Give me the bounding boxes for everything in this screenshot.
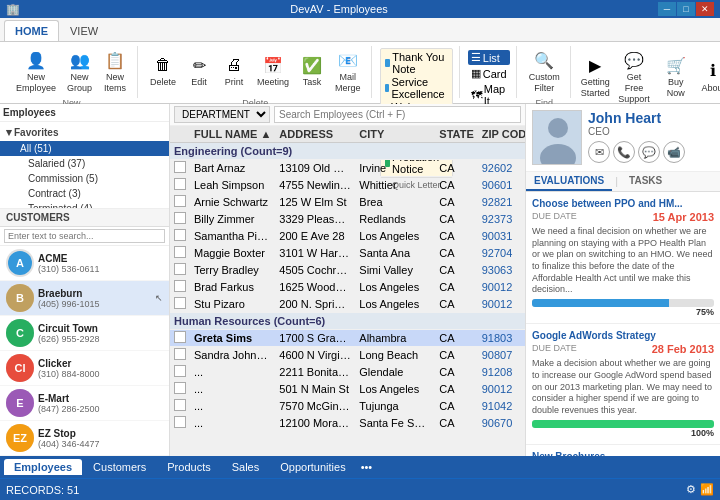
table-row[interactable]: Maggie Boxter 3101 W Harvard St. Santa A…	[170, 245, 525, 262]
view-card-button[interactable]: ▦ Card	[468, 66, 510, 81]
bottom-tabs-more[interactable]: •••	[357, 459, 377, 475]
nav-item-contract[interactable]: Contract (3)	[0, 186, 169, 201]
row-checkbox[interactable]	[170, 262, 190, 279]
col-zip[interactable]: ZIP CODE	[478, 126, 525, 143]
customer-item-emart[interactable]: E E-Mart (847) 286-2500	[0, 386, 169, 421]
custom-filter-button[interactable]: 🔍 CustomFilter	[525, 46, 564, 96]
col-city[interactable]: CITY	[355, 126, 435, 143]
row-checkbox[interactable]	[170, 279, 190, 296]
customer-item-clicker[interactable]: Cl Clicker (310) 884-8000	[0, 351, 169, 386]
customer-search-input[interactable]	[4, 229, 165, 243]
customer-item-braeburn[interactable]: B Braeburn (405) 996-1015 ↖	[0, 281, 169, 316]
bottom-tab-employees[interactable]: Employees	[4, 459, 82, 475]
task-card[interactable]: Google AdWords Strategy DUE DATE 28 Feb …	[526, 324, 720, 444]
email-action-button[interactable]: ✉	[588, 141, 610, 163]
customer-item-acme[interactable]: A ACME (310) 536-0611	[0, 246, 169, 281]
table-row[interactable]: Greta Sims 1700 S Grandview Dr. Alhambra…	[170, 330, 525, 347]
evaluations-tab[interactable]: EVALUATIONS	[526, 172, 612, 191]
bottom-tab-sales[interactable]: Sales	[222, 459, 270, 475]
row-zip[interactable]: 91803	[478, 330, 525, 347]
nav-item-salaried[interactable]: Salaried (37)	[0, 156, 169, 171]
row-checkbox[interactable]	[170, 398, 190, 415]
department-filter[interactable]: DEPARTMENT	[174, 106, 270, 123]
row-zip[interactable]: 92821	[478, 194, 525, 211]
maximize-button[interactable]: □	[677, 2, 695, 16]
row-checkbox[interactable]	[170, 296, 190, 313]
col-fullname[interactable]: FULL NAME ▲	[190, 126, 275, 143]
table-row[interactable]: Stu Pizaro 200 N. Spring St Los Angeles …	[170, 296, 525, 313]
row-checkbox[interactable]	[170, 194, 190, 211]
print-button[interactable]: 🖨 Print	[218, 51, 250, 90]
row-zip[interactable]: 91208	[478, 364, 525, 381]
col-address[interactable]: ADDRESS	[275, 126, 355, 143]
nav-item-all[interactable]: All (51)	[0, 141, 169, 156]
view-list-button[interactable]: ☰ List	[468, 50, 510, 65]
row-checkbox[interactable]	[170, 245, 190, 262]
table-row[interactable]: Samantha Piper 200 E Ave 28 Los Angeles …	[170, 228, 525, 245]
meeting-button[interactable]: 📅 Meeting	[253, 51, 293, 90]
row-checkbox[interactable]	[170, 364, 190, 381]
getting-started-button[interactable]: ▶ GettingStarted	[579, 51, 612, 101]
table-row[interactable]: Arnie Schwartz 125 W Elm St Brea CA 9282…	[170, 194, 525, 211]
chat-action-button[interactable]: 💬	[638, 141, 660, 163]
row-checkbox[interactable]	[170, 177, 190, 194]
table-row[interactable]: ... 501 N Main St Los Angeles CA 90012 m…	[170, 381, 525, 398]
bottom-tab-opportunities[interactable]: Opportunities	[270, 459, 355, 475]
mail-merge-button[interactable]: 📧 MailMerge	[331, 46, 365, 96]
row-zip[interactable]: 92373	[478, 211, 525, 228]
task-card[interactable]: Choose between PPO and HM... DUE DATE 15…	[526, 192, 720, 324]
table-row[interactable]: ... 2211 Bonita Dr. Glendale CA 91208 mi…	[170, 364, 525, 381]
row-zip[interactable]: 90012	[478, 296, 525, 313]
nav-section-favorites[interactable]: ▾ Favorites	[0, 124, 169, 141]
table-row[interactable]: ... 7570 McGinarly Ter Tujunga CA 91042 …	[170, 398, 525, 415]
row-checkbox[interactable]	[170, 415, 190, 432]
task-card[interactable]: New Brochures DUE DATE 24 Feb 2013 Revie…	[526, 445, 720, 456]
row-zip[interactable]: 90012	[478, 381, 525, 398]
row-zip[interactable]: 90012	[478, 279, 525, 296]
row-zip[interactable]: 90670	[478, 415, 525, 432]
row-checkbox[interactable]	[170, 330, 190, 347]
row-checkbox[interactable]	[170, 228, 190, 245]
new-items-button[interactable]: 📋 NewItems	[99, 46, 131, 96]
table-row[interactable]: Sandra Johnson 4600 N Virginia Rd. Long …	[170, 347, 525, 364]
table-row[interactable]: Bart Arnaz 13109 Old Myford Rd. Irvine C…	[170, 160, 525, 177]
row-zip[interactable]: 91042	[478, 398, 525, 415]
get-free-support-button[interactable]: 💬 Get FreeSupport	[615, 46, 654, 106]
tab-view[interactable]: VIEW	[59, 20, 109, 41]
customer-item-ezstop[interactable]: EZ EZ Stop (404) 346-4477	[0, 421, 169, 456]
table-row[interactable]: Leah Simpson 4755 Newlin Ave Whittier CA…	[170, 177, 525, 194]
ql-service[interactable]: Service Excellence	[385, 76, 448, 100]
row-zip[interactable]: 90601	[478, 177, 525, 194]
bottom-tab-customers[interactable]: Customers	[83, 459, 156, 475]
close-button[interactable]: ✕	[696, 2, 714, 16]
table-row[interactable]: Billy Zimmer 3329 Pleasant Dr. Redlands …	[170, 211, 525, 228]
row-zip[interactable]: 93063	[478, 262, 525, 279]
row-zip[interactable]: 90031	[478, 228, 525, 245]
row-zip[interactable]: 92602	[478, 160, 525, 177]
table-row[interactable]: Brad Farkus 1625 Woods Drive Los Angeles…	[170, 279, 525, 296]
video-action-button[interactable]: 📹	[663, 141, 685, 163]
row-zip[interactable]: 92704	[478, 245, 525, 262]
ql-thank-you[interactable]: Thank You Note	[385, 51, 448, 75]
minimize-button[interactable]: ─	[658, 2, 676, 16]
bottom-tab-products[interactable]: Products	[157, 459, 220, 475]
row-checkbox[interactable]	[170, 381, 190, 398]
tab-home[interactable]: HOME	[4, 20, 59, 41]
about-button[interactable]: ℹ About	[698, 57, 720, 96]
row-checkbox[interactable]	[170, 160, 190, 177]
buy-now-button[interactable]: 🛒 Buy Now	[656, 51, 695, 101]
task-button[interactable]: ✅ Task	[296, 51, 328, 90]
new-employee-button[interactable]: 👤 NewEmployee	[12, 46, 60, 96]
customer-item-circuit-town[interactable]: C Circuit Town (626) 955-2928	[0, 316, 169, 351]
row-checkbox[interactable]	[170, 347, 190, 364]
tasks-tab[interactable]: TASKS	[621, 172, 670, 191]
table-row[interactable]: ... 12100 Mora Dr Santa Fe Springs CA 90…	[170, 415, 525, 432]
col-state[interactable]: STATE	[435, 126, 477, 143]
new-group-button[interactable]: 👥 NewGroup	[63, 46, 96, 96]
nav-item-terminated[interactable]: Terminated (4)	[0, 201, 169, 208]
edit-button[interactable]: ✏ Edit	[183, 51, 215, 90]
delete-button[interactable]: 🗑 Delete	[146, 51, 180, 90]
row-checkbox[interactable]	[170, 211, 190, 228]
table-row[interactable]: Terry Bradley 4505 Cochran St. Simi Vall…	[170, 262, 525, 279]
nav-item-commission[interactable]: Commission (5)	[0, 171, 169, 186]
